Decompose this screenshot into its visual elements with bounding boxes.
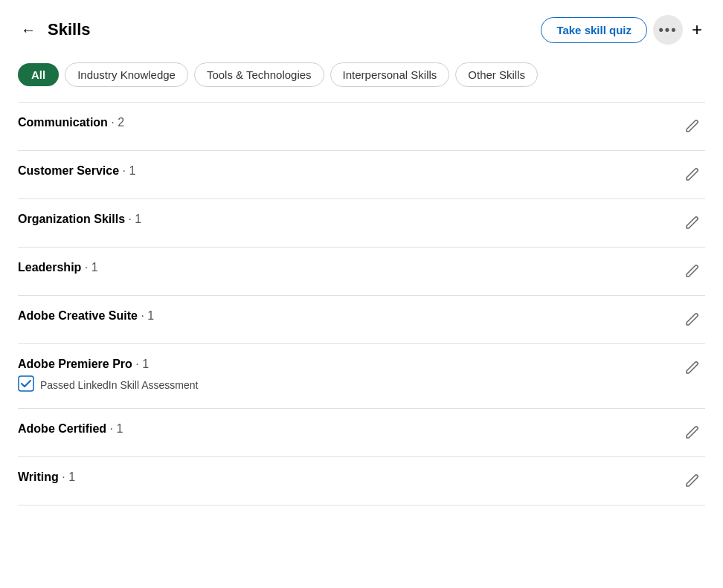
skill-item-communication: Communication · 2 [18, 102, 705, 151]
skill-content-leadership: Leadership · 1 [18, 261, 678, 274]
skill-item-adobe-certified: Adobe Certified · 1 [18, 409, 705, 457]
skill-name-customer-service: Customer Service · 1 [18, 164, 678, 178]
edit-skill-button-adobe-certified[interactable] [678, 422, 705, 443]
edit-skill-button-organization-skills[interactable] [678, 213, 705, 233]
skill-content-adobe-creative-suite: Adobe Creative Suite · 1 [18, 309, 678, 323]
page-title: Skills [48, 20, 90, 39]
skill-name-adobe-certified: Adobe Certified · 1 [18, 422, 678, 436]
skill-item-adobe-creative-suite: Adobe Creative Suite · 1 [18, 296, 705, 344]
skills-list: Communication · 2 Customer Service · 1 O… [18, 102, 705, 505]
filter-tabs: All Industry Knowledge Tools & Technolog… [18, 62, 705, 87]
skill-item-organization-skills: Organization Skills · 1 [18, 199, 705, 248]
skill-name-adobe-premiere-pro: Adobe Premiere Pro · 1 [18, 358, 678, 371]
tab-industry-knowledge[interactable]: Industry Knowledge [65, 62, 188, 87]
tab-all[interactable]: All [18, 63, 59, 86]
skill-content-adobe-premiere-pro: Adobe Premiere Pro · 1 Passed LinkedIn S… [18, 358, 678, 395]
tab-interpersonal-skills[interactable]: Interpersonal Skills [330, 62, 450, 87]
skill-item-writing: Writing · 1 [18, 457, 705, 505]
skill-name-writing: Writing · 1 [18, 471, 678, 484]
back-button[interactable]: ← [18, 19, 39, 42]
badge-checkmark-icon [18, 375, 34, 395]
header-left: ← Skills [18, 19, 90, 42]
skill-content-writing: Writing · 1 [18, 471, 678, 484]
skill-item-leadership: Leadership · 1 [18, 248, 705, 296]
skill-name-communication: Communication · 2 [18, 116, 678, 129]
edit-skill-button-writing[interactable] [678, 471, 705, 491]
edit-skill-button-communication[interactable] [678, 116, 705, 137]
skill-content-adobe-certified: Adobe Certified · 1 [18, 422, 678, 436]
edit-skill-button-leadership[interactable] [678, 261, 705, 282]
tab-tools-technologies[interactable]: Tools & Technologies [194, 62, 324, 87]
edit-skill-button-adobe-premiere-pro[interactable] [678, 358, 705, 378]
edit-skill-button-customer-service[interactable] [678, 164, 705, 185]
add-skill-button[interactable]: + [689, 16, 705, 43]
skill-content-communication: Communication · 2 [18, 116, 678, 129]
page-header: ← Skills Take skill quiz ••• + [18, 15, 705, 45]
skill-name-leadership: Leadership · 1 [18, 261, 678, 274]
edit-skill-button-adobe-creative-suite[interactable] [678, 309, 705, 330]
skill-name-adobe-creative-suite: Adobe Creative Suite · 1 [18, 309, 678, 323]
take-quiz-button[interactable]: Take skill quiz [541, 17, 647, 43]
skill-item-customer-service: Customer Service · 1 [18, 151, 705, 199]
tab-other-skills[interactable]: Other Skills [455, 62, 538, 87]
skill-name-organization-skills: Organization Skills · 1 [18, 213, 678, 226]
header-right: Take skill quiz ••• + [541, 15, 705, 45]
skill-item-adobe-premiere-pro: Adobe Premiere Pro · 1 Passed LinkedIn S… [18, 344, 705, 409]
skill-content-organization-skills: Organization Skills · 1 [18, 213, 678, 226]
skill-content-customer-service: Customer Service · 1 [18, 164, 678, 178]
badge-text-adobe-premiere-pro: Passed LinkedIn Skill Assessment [40, 379, 198, 391]
skill-badge-adobe-premiere-pro: Passed LinkedIn Skill Assessment [18, 375, 678, 395]
more-options-button[interactable]: ••• [653, 15, 683, 45]
skills-page: ← Skills Take skill quiz ••• + All Indus… [0, 0, 723, 520]
